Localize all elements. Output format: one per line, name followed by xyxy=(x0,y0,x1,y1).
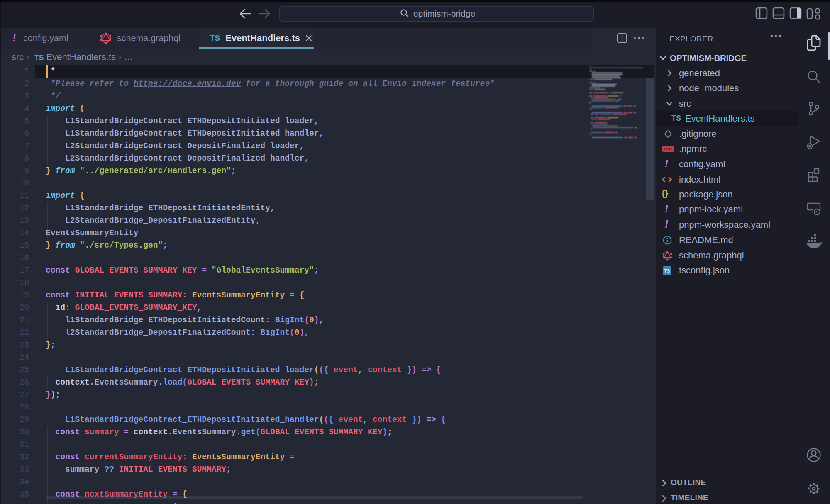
svg-text:TS: TS xyxy=(664,268,670,273)
